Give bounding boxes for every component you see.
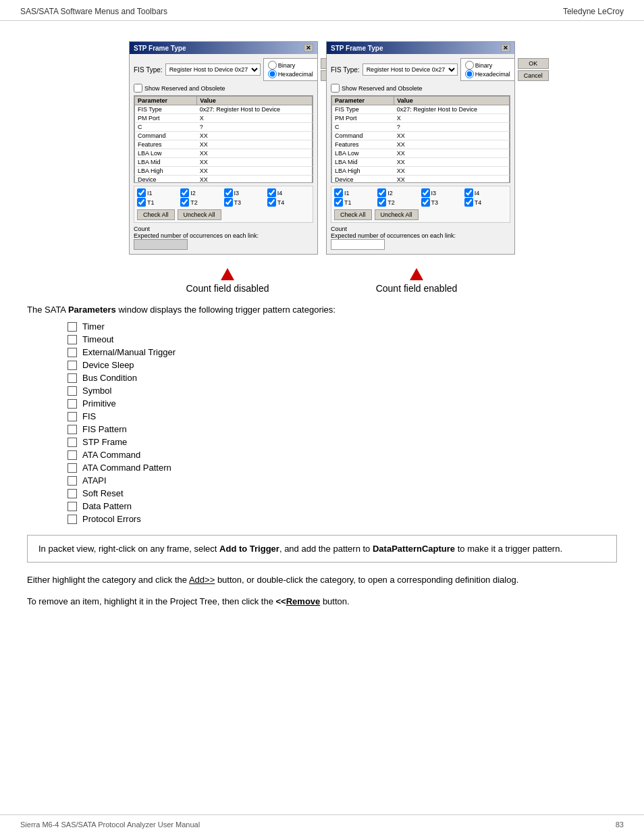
table-row: LBA HighXX <box>135 167 313 176</box>
list-item-label: External/Manual Trigger <box>82 347 176 357</box>
table-row: LBA MidXX <box>332 158 510 167</box>
right-fis-row: FIS Type: Register Host to Device 0x27 B… <box>331 58 510 81</box>
info-bold2: DataPatternCapture <box>373 544 455 554</box>
right-cancel-button[interactable]: Cancel <box>518 70 549 81</box>
list-item: Primitive <box>68 398 617 409</box>
left-arrow-up-icon <box>221 268 234 280</box>
right-cb-t4-check[interactable] <box>464 198 473 207</box>
right-uncheck-all-button[interactable]: Uncheck All <box>375 209 419 220</box>
table-row: LBA LowXX <box>135 149 313 158</box>
right-cb-t2-check[interactable] <box>377 198 386 207</box>
right-cb-t4: T4 <box>464 198 507 207</box>
right-cb-t3: T3 <box>421 198 464 207</box>
param-value: XX <box>394 176 510 184</box>
right-count-input[interactable] <box>331 239 385 250</box>
left-fis-select[interactable]: Register Host to Device 0x27 <box>165 63 261 76</box>
right-dialog-close[interactable]: ✕ <box>501 44 510 52</box>
right-ok-button[interactable]: OK <box>518 58 549 69</box>
left-binary-option: Binary <box>268 61 313 70</box>
right-cb-i2: I2 <box>377 188 420 197</box>
left-cb-i1-check[interactable] <box>137 188 146 197</box>
left-checkbox-grid: I1 I2 I3 I4 <box>137 188 310 207</box>
table-row: CommandXX <box>135 132 313 140</box>
left-annotation: Count field disabled <box>160 268 295 294</box>
table-row: C? <box>332 123 510 132</box>
right-check-all-button[interactable]: Check All <box>334 209 372 220</box>
right-hex-option: Hexadecimal <box>465 70 510 78</box>
para2-bold: <<Remove <box>276 596 321 606</box>
list-checkbox-icon <box>68 438 77 447</box>
table-row: FeaturesXX <box>135 140 313 149</box>
info-text-before: In packet view, right-click on any frame… <box>38 544 219 554</box>
left-hex-radio[interactable] <box>268 70 277 78</box>
list-item-label: STP Frame <box>82 437 127 447</box>
left-cb-i3-check[interactable] <box>224 188 233 197</box>
param-name: Features <box>332 140 394 149</box>
list-checkbox-icon <box>68 450 77 460</box>
page-content: STP Frame Type ✕ FIS Type: Register Host… <box>0 21 644 629</box>
right-hex-label: Hexadecimal <box>475 71 510 78</box>
left-check-all-row: Check All Uncheck All <box>137 209 310 220</box>
left-dialog: STP Frame Type ✕ FIS Type: Register Host… <box>129 41 318 255</box>
page-footer: Sierra M6-4 SAS/SATA Protocol Analyzer U… <box>0 814 644 834</box>
right-cb-t3-check[interactable] <box>421 198 430 207</box>
left-cb-t4-check[interactable] <box>267 198 276 207</box>
table-row: LBA LowXX <box>332 149 510 158</box>
right-checkbox-grid: I1 I2 I3 I4 <box>334 188 507 207</box>
list-checkbox-icon <box>68 348 77 357</box>
left-uncheck-all-button[interactable]: Uncheck All <box>178 209 221 220</box>
left-dialog-close[interactable]: ✕ <box>304 44 313 52</box>
list-checkbox-icon <box>68 361 77 370</box>
right-dialog: STP Frame Type ✕ FIS Type: Register Host… <box>326 41 515 255</box>
left-count-label: Count <box>134 226 313 232</box>
left-param-table: Parameter Value FIS Type0x27: Register H… <box>134 96 313 183</box>
right-cb-i4-check[interactable] <box>464 188 473 197</box>
right-cb-t1: T1 <box>334 198 377 207</box>
left-cb-t1-check[interactable] <box>137 198 146 207</box>
left-cb-t3-check[interactable] <box>224 198 233 207</box>
annotation-area: Count field disabled Count field enabled <box>27 268 617 294</box>
list-item: Protocol Errors <box>68 514 617 524</box>
info-text-after: to make it a trigger pattern. <box>455 544 562 554</box>
footer-left: Sierra M6-4 SAS/SATA Protocol Analyzer U… <box>20 820 200 829</box>
param-name: Command <box>332 132 394 140</box>
list-checkbox-icon <box>68 502 77 511</box>
list-item-label: Data Pattern <box>82 501 132 511</box>
left-show-reserved-check[interactable] <box>134 84 142 93</box>
right-fis-select[interactable]: Register Host to Device 0x27 <box>363 63 458 76</box>
right-cb-i1-check[interactable] <box>334 188 343 197</box>
param-value: XX <box>197 140 313 149</box>
list-checkbox-icon <box>68 476 77 486</box>
list-item-label: Protocol Errors <box>82 514 141 524</box>
info-bold1: Add to Trigger <box>219 544 279 554</box>
left-check-all-button[interactable]: Check All <box>137 209 175 220</box>
left-cb-t2-check[interactable] <box>180 198 189 207</box>
param-name: PM Port <box>135 114 197 123</box>
right-cb-i2-check[interactable] <box>377 188 386 197</box>
list-checkbox-icon <box>68 373 77 383</box>
param-value: 0x27: Register Host to Device <box>197 105 313 114</box>
left-fis-label: FIS Type: <box>134 66 163 74</box>
list-checkbox-icon <box>68 322 77 332</box>
right-show-reserved-check[interactable] <box>331 84 340 93</box>
left-binary-radio[interactable] <box>268 61 277 70</box>
para2-text: To remove an item, highlight it in the P… <box>27 595 617 608</box>
para1-text: Either highlight the category and click … <box>27 573 617 587</box>
list-item: External/Manual Trigger <box>68 347 617 357</box>
header-left: SAS/SATA Software Menus and Toolbars <box>20 7 167 16</box>
right-hex-radio[interactable] <box>465 70 474 78</box>
right-format-group: Binary Hexadecimal <box>460 58 515 81</box>
right-binary-label: Binary <box>475 62 493 69</box>
list-item: Symbol <box>68 386 617 396</box>
list-item: STP Frame <box>68 437 617 447</box>
right-count-sublabel: Expected number of occurrences on each l… <box>331 232 510 239</box>
screenshot-area: STP Frame Type ✕ FIS Type: Register Host… <box>27 34 617 261</box>
right-param-table: Parameter Value FIS Type0x27: Register H… <box>331 96 510 183</box>
right-cb-t1-check[interactable] <box>334 198 343 207</box>
left-cb-i2-check[interactable] <box>180 188 189 197</box>
right-binary-radio[interactable] <box>465 61 474 70</box>
right-binary-option: Binary <box>465 61 510 70</box>
right-cb-i3-check[interactable] <box>421 188 430 197</box>
left-cb-i4-check[interactable] <box>267 188 276 197</box>
footer-right: 83 <box>616 820 624 829</box>
